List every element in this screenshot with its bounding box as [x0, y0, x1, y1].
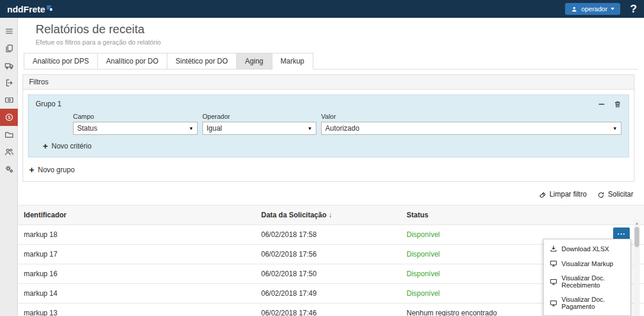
eraser-icon [539, 191, 547, 199]
cell-data-solicitacao: 06/02/2018 17:46 [255, 303, 401, 316]
filter-fields: CampoStatus▼OperadorIgual▼ValorAutorizad… [34, 113, 623, 135]
col-data-label: Data da Solicitação [261, 211, 326, 219]
cell-identificador: markup 18 [18, 225, 255, 244]
scroll-up-button[interactable]: ▲ [634, 220, 640, 226]
folder-icon [5, 130, 14, 139]
valor-select[interactable]: Autorizado▼ [321, 122, 621, 135]
filters-panel-header: Filtros [23, 75, 634, 90]
gears-icon [5, 165, 14, 173]
select-caret-icon: ▼ [307, 126, 312, 131]
col-identificador[interactable]: Identificador [18, 205, 255, 225]
documents-icon [5, 44, 14, 53]
truck-icon [5, 61, 14, 70]
col-status[interactable]: Status [401, 205, 644, 225]
field-label: Campo [73, 113, 198, 120]
sidebar-item-archive[interactable] [0, 126, 18, 143]
table-scrollbar[interactable]: ▲ [634, 220, 640, 316]
delete-group-button[interactable] [614, 100, 621, 108]
tab-aging[interactable]: Aging [237, 53, 272, 69]
logo: nddFrete [7, 4, 53, 14]
scrollbar-thumb[interactable] [635, 227, 639, 247]
refresh-icon [597, 191, 605, 199]
sidebar-item-payments[interactable] [0, 91, 18, 109]
tab-markup[interactable]: Markup [272, 53, 313, 69]
group-tools [598, 100, 621, 108]
sidebar-item-settings[interactable] [0, 160, 18, 178]
field-label: Operador [202, 113, 316, 120]
actions-row: Limpar filtro Solicitar [18, 190, 633, 198]
menu-item-download-xlsx[interactable]: Download XLSX [544, 241, 630, 256]
status-text: Disponível [407, 289, 440, 298]
clear-filter-button[interactable]: Limpar filtro [539, 190, 587, 198]
download-icon [550, 245, 557, 252]
page-subtitle: Efetue os filtros para a geração do rela… [36, 39, 644, 46]
new-criterion-link[interactable]: + Novo critério [43, 142, 91, 150]
filters-body: Grupo 1 CampoStatus▼OperadorIgual▼ValorA… [23, 90, 634, 181]
sidebar-item-transport[interactable] [0, 57, 18, 74]
sidebar-item-menu[interactable] [0, 23, 18, 40]
tab-analitico-por-dps[interactable]: Analítico por DPS [24, 53, 98, 69]
menu-item-visualizar-doc-pagamento[interactable]: Visualizar Doc. Pagamento [544, 292, 630, 314]
request-button[interactable]: Solicitar [597, 190, 633, 198]
cell-data-solicitacao: 06/02/2018 17:49 [255, 283, 401, 303]
menu-item-label: Visualizar Markup [561, 260, 613, 267]
tab-analitico-por-do[interactable]: Analítico por DO [98, 53, 167, 69]
operador-select[interactable]: Igual▼ [202, 122, 316, 135]
menu-item-label: Visualizar Doc. Pagamento [561, 296, 624, 310]
field-label: Valor [321, 113, 621, 120]
user-menu-button[interactable]: operador [565, 3, 620, 15]
sidebar-item-export[interactable] [0, 74, 18, 91]
context-menu: Download XLSXVisualizar MarkupVisualizar… [543, 239, 631, 316]
monitor-icon [550, 260, 557, 267]
collapse-group-button[interactable] [598, 100, 605, 108]
sidebar-item-users[interactable] [0, 143, 18, 160]
new-group-link[interactable]: + Novo grupo [29, 166, 75, 174]
filter-group: Grupo 1 CampoStatus▼OperadorIgual▼ValorA… [28, 94, 629, 157]
table-header-row: Identificador Data da Solicitação ↓ Stat… [18, 205, 644, 225]
select-value: Status [77, 124, 97, 132]
money-icon [5, 96, 14, 105]
topbar-right: operador ? [565, 2, 639, 15]
cell-identificador: markup 17 [18, 244, 255, 264]
menu-item-visualizar-doc-recebimento[interactable]: Visualizar Doc. Recebimento [544, 271, 630, 292]
cell-identificador: markup 16 [18, 264, 255, 283]
page-head: Relatórios de receita Efetue os filtros … [18, 18, 644, 46]
tab-sintetico-por-do[interactable]: Sintético por DO [167, 53, 237, 69]
trash-icon [614, 100, 621, 108]
sidebar: $ [0, 18, 18, 316]
sidebar-item-revenue[interactable]: $ [0, 109, 18, 126]
sort-desc-icon: ↓ [328, 211, 332, 219]
cell-identificador: markup 13 [18, 303, 255, 316]
user-label: operador [581, 5, 607, 12]
topbar: nddFrete operador ? [0, 0, 644, 18]
monitor-icon [550, 278, 557, 286]
user-icon [571, 6, 578, 12]
cell-data-solicitacao: 06/02/2018 17:50 [255, 264, 401, 283]
filters-panel: Filtros Grupo 1 CampoStatus▼OperadorIgua… [23, 74, 635, 182]
help-button[interactable]: ? [627, 2, 639, 15]
coin-icon: $ [5, 113, 14, 122]
plus-icon: + [43, 143, 48, 150]
cell-identificador: markup 14 [18, 283, 255, 303]
menu-item-visualizar-markup[interactable]: Visualizar Markup [544, 256, 630, 271]
plus-icon: + [29, 166, 34, 173]
eraser-icon-holder [539, 190, 547, 198]
request-label: Solicitar [608, 190, 633, 198]
col-identificador-label: Identificador [24, 211, 66, 219]
svg-text:$: $ [8, 115, 11, 120]
status-text: Disponível [407, 270, 440, 278]
status-text: Disponível [407, 230, 440, 239]
sidebar-item-documents[interactable] [0, 40, 18, 57]
col-data-solicitacao[interactable]: Data da Solicitação ↓ [255, 205, 401, 225]
select-value: Igual [207, 124, 222, 132]
user-icon-holder [571, 5, 578, 13]
group-title: Grupo 1 [36, 100, 61, 108]
menu-item-label: Visualizar Doc. Recebimento [561, 274, 624, 289]
logo-mark-icon [47, 5, 53, 12]
select-value: Autorizado [325, 124, 359, 132]
field-valor: ValorAutorizado▼ [321, 113, 621, 135]
page-title: Relatórios de receita [36, 23, 644, 36]
campo-select[interactable]: Status▼ [73, 122, 198, 135]
field-campo: CampoStatus▼ [73, 113, 198, 135]
monitor-icon [550, 299, 557, 307]
